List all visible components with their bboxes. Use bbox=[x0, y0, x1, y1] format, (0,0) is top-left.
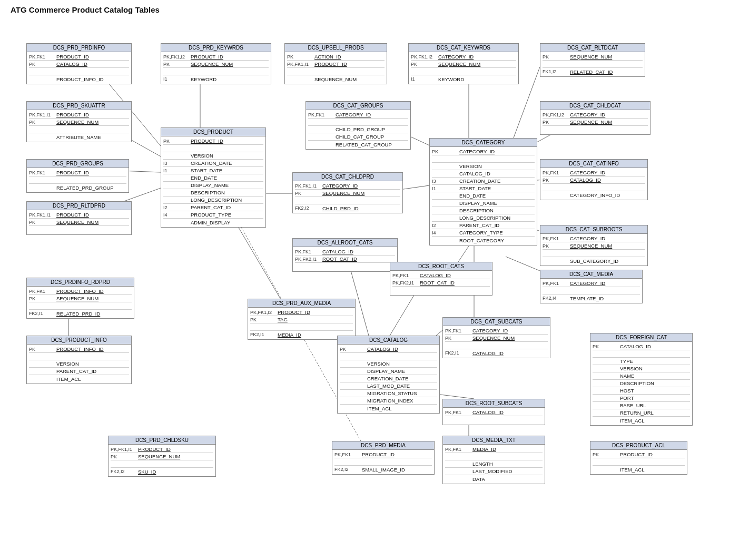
table-dcs-foreign-cat: DCS_FOREIGN_CAT PK CATALOG_ID TYPE VERSI… bbox=[590, 333, 693, 426]
table-dcs-cat-subroots: DCS_CAT_SUBROOTS PK,FK1 CATEGORY_ID PK S… bbox=[540, 225, 648, 266]
table-dcs-prdinfo-rdprd: DCS_PRDINFO_RDPRD PK,FK1 PRODUCT_INFO_ID… bbox=[26, 278, 134, 319]
table-dcs-cat-rltdcat: DCS_CAT_RLTDCAT PK SEQUENCE_NUM FK1,I2 R… bbox=[540, 43, 645, 77]
table-dcs-allroot-cats: DCS_ALLROOT_CATS PK,FK1 CATALOG_ID PK,FK… bbox=[292, 238, 398, 272]
table-dcs-prd-prdinfo: DCS_PRD_PRDINFO PK,FK1 PRODUCT_ID PK CAT… bbox=[26, 43, 132, 84]
table-dcs-product-acl: DCS_PRODUCT_ACL PK PRODUCT_ID ITEM_ACL bbox=[590, 441, 687, 475]
table-dcs-category: DCS_CATEGORY PK CATEGORY_ID VERSION CATA… bbox=[429, 138, 537, 245]
table-dcs-media-txt: DCS_MEDIA_TXT PK,FK1 MEDIA_ID LENGTH LAS… bbox=[442, 436, 545, 484]
table-dcs-prd-groups: DCS_PRD_GROUPS PK,FK1 PRODUCT_ID RELATED… bbox=[26, 159, 129, 193]
table-dcs-cat-subcats: DCS_CAT_SUBCATS PK,FK1 CATEGORY_ID PK SE… bbox=[442, 317, 550, 358]
table-dcs-prd-keywrds: DCS_PRD_KEYWRDS PK,FK1,I2 PRODUCT_ID PK … bbox=[161, 43, 271, 84]
table-dcs-root-subcats: DCS_ROOT_SUBCATS PK,FK1 CATALOG_ID bbox=[442, 399, 545, 425]
table-dcs-cat-chldprd: DCS_CAT_CHLDPRD PK,FK1,I1 CATEGORY_ID PK… bbox=[292, 172, 403, 213]
table-dcs-upsell-prods: DCS_UPSELL_PRODS PK ACTION_ID PK,FK1,I1 … bbox=[284, 43, 387, 84]
table-dcs-cat-keywrds: DCS_CAT_KEYWRDS PK,FK1,I2 CATEGORY_ID PK… bbox=[408, 43, 519, 84]
svg-line-15 bbox=[458, 246, 469, 262]
table-dcs-prd-rltdprd: DCS_PRD_RLTDPRD PK,FK1,I1 PRODUCT_ID PK … bbox=[26, 201, 132, 235]
table-header-dcs-prd-prdinfo: DCS_PRD_PRDINFO bbox=[27, 44, 131, 52]
table-dcs-prd-aux-media: DCS_PRD_AUX_MEDIA PK,FK1,I2 PRODUCT_ID P… bbox=[248, 299, 356, 340]
diagram-area: DCS_PRD_PRDINFO PK,FK1 PRODUCT_ID PK CAT… bbox=[11, 19, 737, 557]
table-dcs-prd-media: DCS_PRD_MEDIA PK,FK1 PRODUCT_ID FK2,I2 S… bbox=[332, 441, 435, 475]
table-dcs-product-info: DCS_PRODUCT_INFO PK PRODUCT_INFO_ID VERS… bbox=[26, 336, 132, 384]
table-dcs-root-cats: DCS_ROOT_CATS PK,FK1 CATALOG_ID PK,FK2,I… bbox=[390, 262, 492, 296]
page-title: ATG Commerce Product Catalog Tables bbox=[11, 5, 738, 14]
table-dcs-prd-skuattr: DCS_PRD_SKUATTR PK,FK1,I1 PRODUCT_ID PK … bbox=[26, 101, 132, 142]
table-dcs-cat-chldcat: DCS_CAT_CHLDCAT PK,FK1,I2 CATEGORY_ID PK… bbox=[540, 101, 651, 135]
page-container: ATG Commerce Product Catalog Tables bbox=[0, 0, 749, 560]
table-dcs-catalog: DCS_CATALOG PK CATALOG_ID VERSION DISPLA… bbox=[337, 336, 440, 414]
table-dcs-cat-media: DCS_CAT_MEDIA PK,FK1 CATEGORY_ID FK2,I4 … bbox=[540, 270, 643, 303]
table-dcs-cat-groups: DCS_CAT_GROUPS PK,FK1 CATEGORY_ID CHILD_… bbox=[305, 101, 411, 150]
table-dcs-product: DCS_PRODUCT PK PRODUCT_ID VERSION I3 CRE… bbox=[161, 127, 266, 228]
table-dcs-prd-chldsku: DCS_PRD_CHLDSKU PK,FK1,I1 PRODUCT_ID PK … bbox=[108, 436, 216, 477]
table-dcs-cat-catinfo: DCS_CAT_CATINFO PK,FK1 CATEGORY_ID PK CA… bbox=[540, 159, 648, 200]
